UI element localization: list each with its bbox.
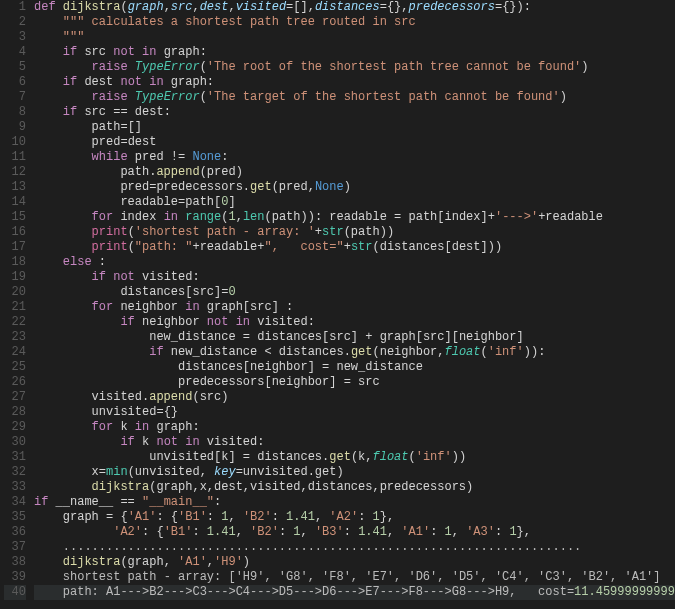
line-number: 9 — [4, 120, 26, 135]
code-line[interactable]: print('shortest path - array: '+str(path… — [34, 225, 675, 240]
line-number: 11 — [4, 150, 26, 165]
line-number: 35 — [4, 510, 26, 525]
code-line[interactable]: if not visited: — [34, 270, 675, 285]
code-line[interactable]: for k in graph: — [34, 420, 675, 435]
code-line[interactable]: raise TypeError('The root of the shortes… — [34, 60, 675, 75]
line-number: 3 — [4, 30, 26, 45]
line-number: 24 — [4, 345, 26, 360]
code-line[interactable]: pred=dest — [34, 135, 675, 150]
line-number: 30 — [4, 435, 26, 450]
code-area[interactable]: def dijkstra(graph,src,dest,visited=[],d… — [34, 0, 675, 609]
code-line[interactable]: unvisited[k] = distances.get(k,float('in… — [34, 450, 675, 465]
line-number: 31 — [4, 450, 26, 465]
code-line[interactable]: if new_distance < distances.get(neighbor… — [34, 345, 675, 360]
code-line[interactable]: dijkstra(graph,x,dest,visited,distances,… — [34, 480, 675, 495]
code-line[interactable]: if src not in graph: — [34, 45, 675, 60]
code-line[interactable]: distances[src]=0 — [34, 285, 675, 300]
line-number: 36 — [4, 525, 26, 540]
line-number: 29 — [4, 420, 26, 435]
line-number: 40 — [4, 585, 26, 600]
line-number: 18 — [4, 255, 26, 270]
line-number: 13 — [4, 180, 26, 195]
code-line[interactable]: shortest path - array: ['H9', 'G8', 'F8'… — [34, 570, 675, 585]
line-number: 21 — [4, 300, 26, 315]
line-number: 12 — [4, 165, 26, 180]
code-line[interactable]: raise TypeError('The target of the short… — [34, 90, 675, 105]
code-line[interactable]: pred=predecessors.get(pred,None) — [34, 180, 675, 195]
line-number: 17 — [4, 240, 26, 255]
code-line[interactable]: if dest not in graph: — [34, 75, 675, 90]
line-number: 5 — [4, 60, 26, 75]
code-line[interactable]: for index in range(1,len(path)): readabl… — [34, 210, 675, 225]
code-line[interactable]: unvisited={} — [34, 405, 675, 420]
code-line[interactable]: """ — [34, 30, 675, 45]
code-line[interactable]: def dijkstra(graph,src,dest,visited=[],d… — [34, 0, 675, 15]
code-line[interactable]: if neighbor not in visited: — [34, 315, 675, 330]
line-number: 23 — [4, 330, 26, 345]
code-line[interactable]: path.append(pred) — [34, 165, 675, 180]
code-line[interactable]: for neighbor in graph[src] : — [34, 300, 675, 315]
code-line[interactable]: else : — [34, 255, 675, 270]
code-line[interactable]: visited.append(src) — [34, 390, 675, 405]
line-number: 28 — [4, 405, 26, 420]
code-line[interactable]: if k not in visited: — [34, 435, 675, 450]
code-line[interactable]: new_distance = distances[src] + graph[sr… — [34, 330, 675, 345]
code-line[interactable]: print("path: "+readable+", cost="+str(di… — [34, 240, 675, 255]
line-number: 2 — [4, 15, 26, 30]
line-number: 25 — [4, 360, 26, 375]
code-line[interactable]: graph = {'A1': {'B1': 1, 'B2': 1.41, 'A2… — [34, 510, 675, 525]
code-line[interactable]: dijkstra(graph, 'A1','H9') — [34, 555, 675, 570]
code-line[interactable]: if src == dest: — [34, 105, 675, 120]
line-number: 27 — [4, 390, 26, 405]
line-number: 10 — [4, 135, 26, 150]
line-number: 14 — [4, 195, 26, 210]
code-line[interactable]: 'A2': {'B1': 1.41, 'B2': 1, 'B3': 1.41, … — [34, 525, 675, 540]
line-number: 8 — [4, 105, 26, 120]
code-line[interactable]: """ calculates a shortest path tree rout… — [34, 15, 675, 30]
code-line[interactable]: readable=path[0] — [34, 195, 675, 210]
code-line[interactable]: path: A1--->B2--->C3--->C4--->D5--->D6--… — [34, 585, 675, 600]
code-line[interactable]: while pred != None: — [34, 150, 675, 165]
line-number: 26 — [4, 375, 26, 390]
line-number: 32 — [4, 465, 26, 480]
line-number: 16 — [4, 225, 26, 240]
code-line[interactable]: distances[neighbor] = new_distance — [34, 360, 675, 375]
line-number: 20 — [4, 285, 26, 300]
code-line[interactable]: path=[] — [34, 120, 675, 135]
line-number: 39 — [4, 570, 26, 585]
line-number: 4 — [4, 45, 26, 60]
line-number: 37 — [4, 540, 26, 555]
line-number: 19 — [4, 270, 26, 285]
line-number: 7 — [4, 90, 26, 105]
code-line[interactable]: predecessors[neighbor] = src — [34, 375, 675, 390]
line-number: 6 — [4, 75, 26, 90]
line-number-gutter: 1234567891011121314151617181920212223242… — [0, 0, 34, 609]
line-number: 1 — [4, 0, 26, 15]
line-number: 15 — [4, 210, 26, 225]
code-line[interactable]: x=min(unvisited, key=unvisited.get) — [34, 465, 675, 480]
line-number: 22 — [4, 315, 26, 330]
line-number: 38 — [4, 555, 26, 570]
code-line[interactable]: ........................................… — [34, 540, 675, 555]
line-number: 33 — [4, 480, 26, 495]
code-line[interactable]: if __name__ == "__main__": — [34, 495, 675, 510]
code-editor[interactable]: 1234567891011121314151617181920212223242… — [0, 0, 675, 609]
line-number: 34 — [4, 495, 26, 510]
